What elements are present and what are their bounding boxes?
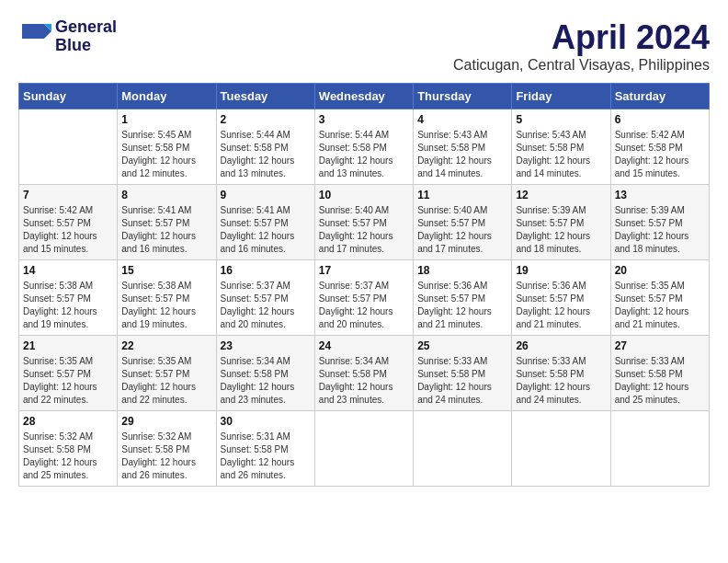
table-row: 23 Sunrise: 5:34 AM Sunset: 5:58 PM Dayl… xyxy=(216,336,314,411)
day-number: 14 xyxy=(23,264,113,277)
day-number: 5 xyxy=(516,113,606,126)
weekday-sunday: Sunday xyxy=(19,84,118,109)
weekday-tuesday: Tuesday xyxy=(216,84,314,109)
table-row: 6 Sunrise: 5:42 AM Sunset: 5:58 PM Dayli… xyxy=(610,109,709,185)
table-row: 5 Sunrise: 5:43 AM Sunset: 5:58 PM Dayli… xyxy=(512,109,610,185)
table-row: 27 Sunrise: 5:33 AM Sunset: 5:58 PM Dayl… xyxy=(610,336,709,411)
table-row xyxy=(19,109,118,185)
weekday-wednesday: Wednesday xyxy=(314,84,413,109)
day-number: 15 xyxy=(121,264,211,277)
day-info: Sunrise: 5:42 AM Sunset: 5:57 PM Dayligh… xyxy=(23,204,113,256)
weekday-thursday: Thursday xyxy=(414,84,512,109)
day-info: Sunrise: 5:32 AM Sunset: 5:58 PM Dayligh… xyxy=(23,431,113,482)
table-row: 19 Sunrise: 5:36 AM Sunset: 5:57 PM Dayl… xyxy=(512,260,610,336)
day-info: Sunrise: 5:38 AM Sunset: 5:57 PM Dayligh… xyxy=(121,280,211,331)
weekday-monday: Monday xyxy=(118,84,216,109)
table-row: 13 Sunrise: 5:39 AM Sunset: 5:57 PM Dayl… xyxy=(610,185,709,260)
day-info: Sunrise: 5:36 AM Sunset: 5:57 PM Dayligh… xyxy=(516,280,606,331)
calendar-table: Sunday Monday Tuesday Wednesday Thursday… xyxy=(18,83,710,487)
day-info: Sunrise: 5:33 AM Sunset: 5:58 PM Dayligh… xyxy=(516,355,606,407)
table-row: 21 Sunrise: 5:35 AM Sunset: 5:57 PM Dayl… xyxy=(19,336,118,411)
table-row: 20 Sunrise: 5:35 AM Sunset: 5:57 PM Dayl… xyxy=(610,260,709,336)
day-number: 18 xyxy=(417,264,507,277)
day-number: 13 xyxy=(615,189,705,201)
day-number: 3 xyxy=(319,113,409,126)
day-number: 11 xyxy=(417,189,507,201)
table-row: 14 Sunrise: 5:38 AM Sunset: 5:57 PM Dayl… xyxy=(19,260,118,336)
day-info: Sunrise: 5:43 AM Sunset: 5:58 PM Dayligh… xyxy=(417,129,507,180)
day-number: 20 xyxy=(615,264,705,277)
table-row: 29 Sunrise: 5:32 AM Sunset: 5:58 PM Dayl… xyxy=(118,411,216,487)
calendar-row: 1 Sunrise: 5:45 AM Sunset: 5:58 PM Dayli… xyxy=(19,109,710,185)
table-row xyxy=(512,411,610,487)
day-info: Sunrise: 5:35 AM Sunset: 5:57 PM Dayligh… xyxy=(615,280,705,331)
day-number: 30 xyxy=(221,415,311,428)
day-info: Sunrise: 5:32 AM Sunset: 5:58 PM Dayligh… xyxy=(121,431,211,482)
logo-text: General Blue xyxy=(55,18,117,55)
table-row: 16 Sunrise: 5:37 AM Sunset: 5:57 PM Dayl… xyxy=(216,260,314,336)
table-row: 30 Sunrise: 5:31 AM Sunset: 5:58 PM Dayl… xyxy=(216,411,314,487)
table-row: 1 Sunrise: 5:45 AM Sunset: 5:58 PM Dayli… xyxy=(118,109,216,185)
day-number: 28 xyxy=(23,415,113,428)
table-row: 4 Sunrise: 5:43 AM Sunset: 5:58 PM Dayli… xyxy=(414,109,512,185)
day-number: 27 xyxy=(615,339,705,352)
day-number: 24 xyxy=(319,339,409,352)
day-number: 25 xyxy=(417,339,507,352)
table-row: 18 Sunrise: 5:36 AM Sunset: 5:57 PM Dayl… xyxy=(414,260,512,336)
day-number: 10 xyxy=(319,189,409,201)
day-number: 21 xyxy=(23,339,113,352)
day-number: 23 xyxy=(221,339,311,352)
table-row: 7 Sunrise: 5:42 AM Sunset: 5:57 PM Dayli… xyxy=(19,185,118,260)
month-title: April 2024 xyxy=(453,18,710,57)
table-row: 3 Sunrise: 5:44 AM Sunset: 5:58 PM Dayli… xyxy=(314,109,413,185)
day-number: 7 xyxy=(23,189,113,201)
day-number: 6 xyxy=(615,113,705,126)
table-row: 11 Sunrise: 5:40 AM Sunset: 5:57 PM Dayl… xyxy=(414,185,512,260)
day-info: Sunrise: 5:39 AM Sunset: 5:57 PM Dayligh… xyxy=(615,204,705,256)
day-info: Sunrise: 5:40 AM Sunset: 5:57 PM Dayligh… xyxy=(417,204,507,256)
day-number: 9 xyxy=(221,189,311,201)
table-row: 2 Sunrise: 5:44 AM Sunset: 5:58 PM Dayli… xyxy=(216,109,314,185)
table-row: 12 Sunrise: 5:39 AM Sunset: 5:57 PM Dayl… xyxy=(512,185,610,260)
table-row xyxy=(610,411,709,487)
logo-icon xyxy=(18,20,51,53)
day-number: 2 xyxy=(221,113,311,126)
weekday-friday: Friday xyxy=(512,84,610,109)
table-row: 9 Sunrise: 5:41 AM Sunset: 5:57 PM Dayli… xyxy=(216,185,314,260)
day-info: Sunrise: 5:34 AM Sunset: 5:58 PM Dayligh… xyxy=(319,355,409,407)
day-info: Sunrise: 5:33 AM Sunset: 5:58 PM Dayligh… xyxy=(417,355,507,407)
day-info: Sunrise: 5:40 AM Sunset: 5:57 PM Dayligh… xyxy=(319,204,409,256)
table-row xyxy=(414,411,512,487)
day-number: 26 xyxy=(516,339,606,352)
weekday-saturday: Saturday xyxy=(610,84,709,109)
day-info: Sunrise: 5:37 AM Sunset: 5:57 PM Dayligh… xyxy=(319,280,409,331)
day-info: Sunrise: 5:44 AM Sunset: 5:58 PM Dayligh… xyxy=(221,129,311,180)
day-info: Sunrise: 5:41 AM Sunset: 5:57 PM Dayligh… xyxy=(121,204,211,256)
table-row xyxy=(314,411,413,487)
day-number: 16 xyxy=(221,264,311,277)
day-number: 17 xyxy=(319,264,409,277)
calendar-row: 7 Sunrise: 5:42 AM Sunset: 5:57 PM Dayli… xyxy=(19,185,710,260)
day-info: Sunrise: 5:44 AM Sunset: 5:58 PM Dayligh… xyxy=(319,129,409,180)
day-info: Sunrise: 5:35 AM Sunset: 5:57 PM Dayligh… xyxy=(23,355,113,407)
logo: General Blue xyxy=(18,18,117,55)
table-row: 25 Sunrise: 5:33 AM Sunset: 5:58 PM Dayl… xyxy=(414,336,512,411)
calendar-row: 14 Sunrise: 5:38 AM Sunset: 5:57 PM Dayl… xyxy=(19,260,710,336)
day-number: 19 xyxy=(516,264,606,277)
day-info: Sunrise: 5:35 AM Sunset: 5:57 PM Dayligh… xyxy=(121,355,211,407)
title-area: April 2024 Caticugan, Central Visayas, P… xyxy=(453,18,710,74)
day-number: 4 xyxy=(417,113,507,126)
day-info: Sunrise: 5:45 AM Sunset: 5:58 PM Dayligh… xyxy=(121,129,211,180)
table-row: 26 Sunrise: 5:33 AM Sunset: 5:58 PM Dayl… xyxy=(512,336,610,411)
table-row: 15 Sunrise: 5:38 AM Sunset: 5:57 PM Dayl… xyxy=(118,260,216,336)
table-row: 8 Sunrise: 5:41 AM Sunset: 5:57 PM Dayli… xyxy=(118,185,216,260)
day-number: 1 xyxy=(121,113,211,126)
calendar-row: 28 Sunrise: 5:32 AM Sunset: 5:58 PM Dayl… xyxy=(19,411,710,487)
calendar-row: 21 Sunrise: 5:35 AM Sunset: 5:57 PM Dayl… xyxy=(19,336,710,411)
day-info: Sunrise: 5:36 AM Sunset: 5:57 PM Dayligh… xyxy=(417,280,507,331)
location-title: Caticugan, Central Visayas, Philippines xyxy=(453,57,710,74)
day-info: Sunrise: 5:42 AM Sunset: 5:58 PM Dayligh… xyxy=(615,129,705,180)
day-info: Sunrise: 5:34 AM Sunset: 5:58 PM Dayligh… xyxy=(221,355,311,407)
table-row: 28 Sunrise: 5:32 AM Sunset: 5:58 PM Dayl… xyxy=(19,411,118,487)
header: General Blue April 2024 Caticugan, Centr… xyxy=(18,18,710,74)
